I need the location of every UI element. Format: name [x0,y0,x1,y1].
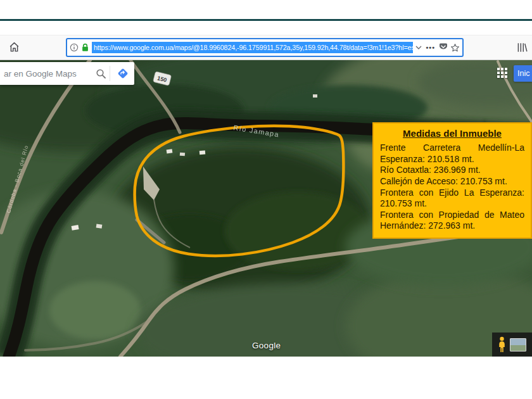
measurement-line: Frontera con Ejido La Esperanza: 210.753… [380,187,524,210]
search-input[interactable]: ar en Google Maps [0,69,96,79]
secure-lock-icon[interactable] [81,43,89,52]
streetview-thumbnail[interactable] [510,338,526,352]
directions-button[interactable] [113,64,132,83]
streetview-bar [492,332,532,357]
map-canvas[interactable]: Río Jamapa Córdoba - Boca del Río 150 ar… [0,60,532,357]
measurement-line: Callejón de Acceso: 210.753 mt. [380,176,524,187]
library-button[interactable] [514,41,529,54]
url-text-selected: https://www.google.com.ua/maps/@18.99608… [92,42,413,53]
library-icon [516,42,528,53]
sign-in-button[interactable]: Inic [514,65,532,82]
property-measurements-box: Medidas del Inmueble Frente Carretera Me… [372,122,532,239]
google-watermark: Google [252,341,281,350]
measurement-line: Río Cotaxtla: 236.969 mt. [380,165,524,176]
measurement-line: Frontera con Propiedad de Mateo Hernánde… [380,210,524,232]
page-actions-icon[interactable]: ••• [424,44,436,51]
browser-theme-strip [0,19,532,21]
url-bar[interactable]: https://www.google.com.ua/maps/@18.99608… [66,38,464,57]
home-icon [9,42,20,53]
search-divider [110,66,110,81]
history-dropdown-chevron-icon[interactable] [415,46,422,49]
google-apps-grid-icon[interactable] [497,68,509,79]
home-button[interactable] [7,40,21,54]
measurement-line: Frente Carretera Medellín-La Esperanza: … [380,142,524,165]
bookmark-star-icon[interactable] [450,43,460,53]
search-icon[interactable] [96,68,106,79]
measurements-title: Medidas del Inmueble [380,128,524,139]
directions-icon [116,66,130,80]
pocket-icon[interactable] [439,43,448,52]
maps-search-box[interactable]: ar en Google Maps [0,62,134,85]
site-info-icon[interactable] [70,43,79,52]
pegman-icon[interactable] [498,336,506,353]
